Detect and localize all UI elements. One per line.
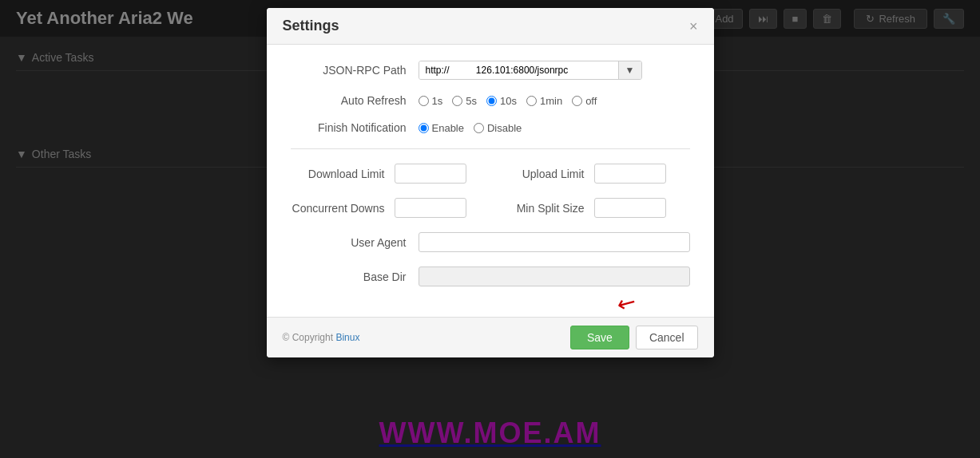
- finish-notification-label: Finish Notification: [291, 121, 419, 134]
- download-limit-label: Download Limit: [291, 168, 395, 180]
- jsonrpc-input[interactable]: [419, 61, 618, 79]
- concurrent-downs-input[interactable]: [395, 198, 466, 218]
- download-limit-input[interactable]: [395, 164, 466, 184]
- modal-close-button[interactable]: ×: [689, 19, 698, 34]
- finish-notification-radio-group: Enable Disable: [419, 122, 522, 134]
- auto-refresh-10s[interactable]: 10s: [486, 95, 517, 107]
- cancel-button[interactable]: Cancel: [636, 326, 698, 349]
- concurrent-downs-col: Concurrent Downs: [291, 198, 490, 218]
- base-dir-row: Base Dir: [291, 267, 690, 286]
- auto-refresh-radio-group: 1s 5s 10s 1min off: [419, 95, 597, 107]
- finish-notification-enable[interactable]: Enable: [419, 122, 464, 134]
- finish-notification-disable[interactable]: Disable: [474, 122, 522, 134]
- concurrent-split-row: Concurrent Downs Min Split Size: [291, 198, 690, 218]
- base-dir-input: [419, 267, 690, 286]
- auto-refresh-label: Auto Refresh: [291, 94, 419, 107]
- modal-footer: © Copyright Binux Save Cancel: [267, 317, 714, 357]
- copyright-text: © Copyright Binux: [283, 332, 360, 343]
- base-dir-label: Base Dir: [291, 270, 419, 283]
- upload-limit-col: Upload Limit: [490, 164, 690, 184]
- user-agent-input[interactable]: [419, 232, 690, 252]
- modal-body: JSON-RPC Path ▼ Auto Refresh 1s 5s: [267, 45, 714, 317]
- limits-row: Download Limit Upload Limit: [291, 164, 690, 184]
- jsonrpc-row: JSON-RPC Path ▼: [291, 61, 690, 80]
- auto-refresh-1min[interactable]: 1min: [526, 95, 562, 107]
- upload-limit-input[interactable]: [594, 164, 666, 184]
- settings-modal: Settings × JSON-RPC Path ▼ Auto Refresh …: [267, 8, 714, 357]
- auto-refresh-5s[interactable]: 5s: [452, 95, 477, 107]
- download-limit-col: Download Limit: [291, 164, 490, 184]
- min-split-size-label: Min Split Size: [490, 202, 594, 215]
- upload-limit-label: Upload Limit: [490, 168, 594, 180]
- copyright-link[interactable]: Binux: [335, 332, 359, 343]
- min-split-size-input[interactable]: [594, 198, 666, 218]
- jsonrpc-input-wrapper[interactable]: ▼: [419, 61, 642, 80]
- modal-header: Settings ×: [267, 8, 714, 45]
- finish-notification-row: Finish Notification Enable Disable: [291, 121, 690, 134]
- modal-title: Settings: [283, 18, 339, 34]
- auto-refresh-1s[interactable]: 1s: [419, 95, 443, 107]
- modal-overlay: Settings × JSON-RPC Path ▼ Auto Refresh …: [0, 0, 980, 458]
- settings-divider: [291, 148, 690, 149]
- footer-buttons: Save Cancel: [570, 326, 698, 349]
- auto-refresh-row: Auto Refresh 1s 5s 10s 1min: [291, 94, 690, 107]
- user-agent-label: User Agent: [291, 236, 419, 249]
- min-split-size-col: Min Split Size: [490, 198, 690, 218]
- jsonrpc-label: JSON-RPC Path: [291, 64, 419, 77]
- user-agent-row: User Agent: [291, 232, 690, 252]
- concurrent-downs-label: Concurrent Downs: [291, 202, 395, 215]
- save-button[interactable]: Save: [570, 326, 629, 349]
- jsonrpc-dropdown-button[interactable]: ▼: [618, 61, 641, 79]
- auto-refresh-off[interactable]: off: [572, 95, 597, 107]
